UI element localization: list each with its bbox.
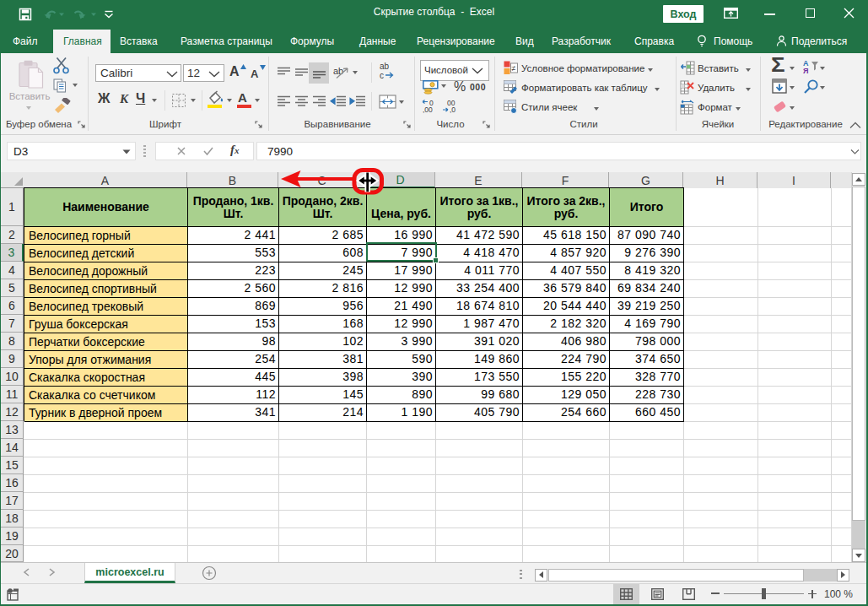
svg-text:,00: ,00 (423, 106, 433, 113)
svg-text:c: c (380, 71, 384, 80)
svg-text:ab: ab (380, 62, 390, 71)
svg-text:≠: ≠ (512, 64, 516, 73)
svg-text:,0: ,0 (450, 106, 456, 113)
svg-text:ab: ab (333, 66, 343, 76)
svg-text:Я: Я (803, 67, 808, 74)
